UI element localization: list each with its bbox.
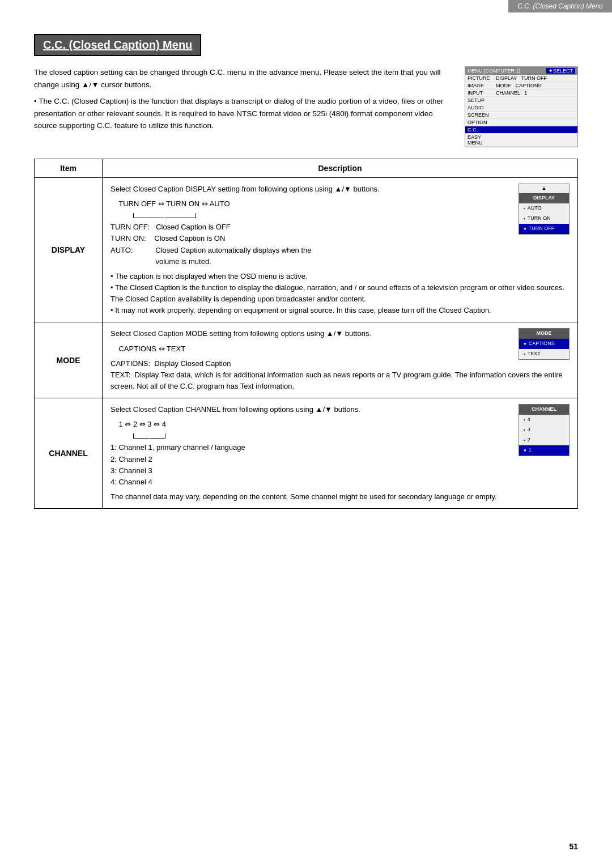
intro-text: The closed caption setting can be change… <box>34 66 453 147</box>
menu-item-picture: PICTURE DISPLAY TURN OFF <box>465 75 577 82</box>
channel-cycle: 1 ⇔ 2 ⇔ 3 ⇔ 4 <box>110 419 570 430</box>
widget-item-ch3: •3 <box>519 425 569 435</box>
channel-1: 1: Channel 1, primary channel / language <box>110 442 570 453</box>
intro-para2: • The C.C. (Closed Caption) is the funct… <box>34 95 453 132</box>
display-note2: • The Closed Caption is the function to … <box>110 282 570 305</box>
widget-title-channel: CHANNEL <box>519 405 569 415</box>
table-header-desc: Description <box>103 159 578 178</box>
display-note3: • It may not work properly, depending on… <box>110 305 570 316</box>
widget-item-captions: ●CAPTIONS <box>519 339 569 349</box>
menu-item-easymenu: EASY MENU <box>465 134 577 147</box>
table-row-channel: CHANNEL CHANNEL •4 •3 •2 <box>35 398 578 509</box>
loop-indicator <box>133 213 509 218</box>
table-row-mode: MODE MODE ●CAPTIONS •TEXT Select Closed … <box>35 322 578 398</box>
menu-item-option: OPTION <box>465 119 577 126</box>
display-turnoff: TURN OFF: Closed Caption is OFF <box>110 222 570 233</box>
widget-item-ch4: •4 <box>519 415 569 425</box>
widget-up-arrow: ▲ <box>519 184 569 193</box>
desc-mode-intro: Select Closed Caption MODE setting from … <box>110 328 570 339</box>
main-table: Item Description DISPLAY ▲ DISPLAY •AUTO <box>34 159 578 509</box>
channel-note: The channel data may vary, depending on … <box>110 491 570 503</box>
item-channel: CHANNEL <box>35 398 103 509</box>
intro-section: The closed caption setting can be change… <box>34 66 578 147</box>
top-header-bar: C.C. (Closed Caption) Menu <box>508 0 612 12</box>
table-row-display: DISPLAY ▲ DISPLAY •AUTO •TURN ON <box>35 178 578 322</box>
display-turnon: TURN ON: Closed Caption is ON <box>110 233 570 244</box>
display-widget: ▲ DISPLAY •AUTO •TURN ON ●TURN OFF <box>518 184 570 235</box>
desc-channel-intro: Select Closed Caption CHANNEL from follo… <box>110 404 570 415</box>
intro-para1: The closed caption setting can be change… <box>34 66 453 91</box>
page-wrapper: C.C. (Closed Caption) Menu C.C. (Closed … <box>0 0 612 868</box>
desc-channel: CHANNEL •4 •3 •2 ●1 <box>103 398 578 509</box>
menu-select-btn: ✦SELECT <box>546 68 575 74</box>
desc-mode: MODE ●CAPTIONS •TEXT Select Closed Capti… <box>103 322 578 398</box>
item-display: DISPLAY <box>35 178 103 322</box>
widget-title-mode: MODE <box>519 329 569 339</box>
header-label: C.C. (Closed Caption) Menu <box>517 2 603 10</box>
mode-captions: CAPTIONS: Display Closed Caption <box>110 358 570 369</box>
widget-item-ch2: •2 <box>519 435 569 445</box>
page-title: C.C. (Closed Caption) Menu <box>34 34 201 56</box>
channel-4: 4: Channel 4 <box>110 476 570 488</box>
mode-text: TEXT: Display Text data, which is for ad… <box>110 369 570 392</box>
menu-item-image: IMAGE MODE CAPTIONS <box>465 82 577 90</box>
menu-title-bar: MENU [COMPUTER 1] ✦SELECT <box>465 67 577 75</box>
channel-3: 3: Channel 3 <box>110 465 570 476</box>
table-header-item: Item <box>35 159 103 178</box>
desc-display-intro: Select Closed Caption DISPLAY setting fr… <box>110 184 570 195</box>
menu-item-audio: AUDIO <box>465 104 577 112</box>
mode-cycle: CAPTIONS ⇔ TEXT <box>110 343 570 355</box>
widget-item-auto: •AUTO <box>519 203 569 214</box>
widget-item-turnoff: ●TURN OFF <box>519 224 569 234</box>
display-auto: AUTO: Closed Caption automatically displ… <box>110 245 570 267</box>
channel-widget: CHANNEL •4 •3 •2 ●1 <box>518 404 570 456</box>
display-note1: • The caption is not displayed when the … <box>110 271 570 282</box>
desc-display: ▲ DISPLAY •AUTO •TURN ON ●TURN OFF Selec… <box>103 178 578 322</box>
channel-2: 2: Channel 2 <box>110 454 570 465</box>
menu-item-setup: SETUP <box>465 97 577 104</box>
widget-title-display: DISPLAY <box>519 193 569 203</box>
menu-item-cc: C.C. <box>465 126 577 134</box>
menu-title: MENU [COMPUTER 1] <box>468 68 520 74</box>
page-number: 51 <box>569 842 578 851</box>
widget-item-turnon: •TURN ON <box>519 214 569 224</box>
channel-loop-indicator <box>133 433 509 439</box>
item-mode: MODE <box>35 322 103 398</box>
menu-screenshot: MENU [COMPUTER 1] ✦SELECT PICTURE DISPLA… <box>465 66 578 147</box>
mode-widget: MODE ●CAPTIONS •TEXT <box>518 328 570 360</box>
menu-item-input: INPUT CHANNEL 1 <box>465 90 577 97</box>
display-cycle: TURN OFF ⇔ TURN ON ⇔ AUTO <box>110 198 570 210</box>
widget-item-text: •TEXT <box>519 349 569 359</box>
widget-item-ch1: ●1 <box>519 445 569 456</box>
menu-item-screen: SCREEN <box>465 112 577 119</box>
